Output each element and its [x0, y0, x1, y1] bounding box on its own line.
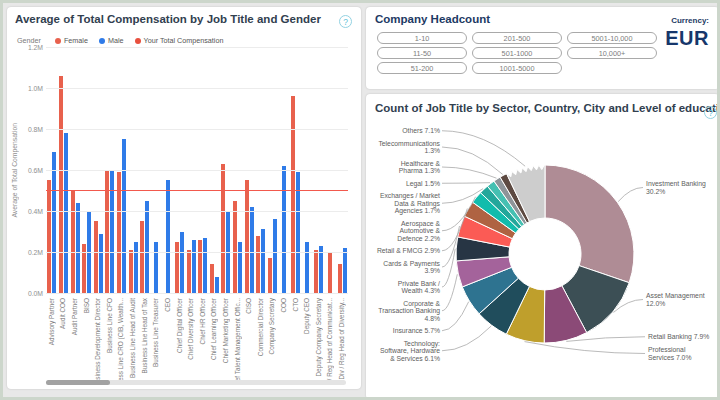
x-tick-cell: Company Secretary [267, 298, 279, 382]
bar-male[interactable] [180, 232, 184, 294]
bar-male[interactable] [203, 238, 207, 293]
bar-female[interactable] [94, 221, 98, 293]
gridline [46, 252, 348, 253]
bar-chart-title: Average of Total Compensation by Job Tit… [15, 13, 321, 25]
leader-line [442, 183, 490, 184]
bar-female[interactable] [71, 191, 75, 294]
bar-male[interactable] [64, 133, 68, 293]
bar-female[interactable] [268, 258, 272, 293]
x-tick-cell: BISO [81, 298, 93, 382]
bar-male[interactable] [154, 242, 158, 293]
bar-female[interactable] [221, 164, 225, 293]
x-tick-label: Audit COO [59, 298, 67, 329]
leader-line [442, 167, 497, 178]
donut-label: Retail & FMCG 2.9% [377, 247, 440, 255]
company-headcount-panel: Company Headcount Currency: EUR 1-10201-… [366, 7, 719, 89]
x-tick-cell: Div / Reg Head of Communicat... [325, 298, 337, 382]
bar-female[interactable] [291, 96, 295, 293]
legend-item-label: Female [64, 36, 88, 45]
horizontal-scrollbar[interactable] [46, 380, 346, 385]
gridline [46, 211, 348, 212]
y-axis-title: Average of Total Compensation [11, 47, 18, 293]
headcount-filter-button[interactable]: 201-500 [472, 32, 562, 44]
bar-male[interactable] [192, 240, 196, 293]
bar-male[interactable] [166, 180, 170, 293]
headcount-filter-button[interactable]: 11-50 [377, 47, 467, 59]
bar-chart-legend: Gender FemaleMaleYour Total Compensation [17, 36, 234, 45]
bar-female[interactable] [198, 240, 202, 293]
leader-line [442, 274, 457, 310]
legend-item[interactable]: Your Total Compensation [135, 36, 224, 45]
legend-item-label: Your Total Compensation [144, 36, 224, 45]
x-tick-cell: CTO [290, 298, 302, 382]
headcount-filter-button[interactable]: 5001-10,000 [567, 32, 657, 44]
bar-male[interactable] [250, 207, 254, 293]
bar-male[interactable] [215, 277, 219, 293]
bar-female[interactable] [187, 250, 191, 293]
bar-male[interactable] [273, 219, 277, 293]
legend-item[interactable]: Female [55, 36, 88, 45]
legend-item[interactable]: Male [99, 36, 124, 45]
bar-male[interactable] [76, 203, 80, 293]
bar-female[interactable] [210, 264, 214, 293]
your-total-compensation-line [46, 190, 348, 191]
bar-male[interactable] [134, 242, 138, 293]
gridline [46, 88, 348, 89]
x-tick-label: Div / Reg Head of Diversity... [338, 298, 346, 380]
x-tick-cell: Advisory Partner [46, 298, 58, 382]
legend-item-label: Male [108, 36, 124, 45]
headcount-filter-button[interactable]: 1001-5000 [472, 62, 562, 74]
x-tick-label: Audit Partner [71, 298, 79, 335]
headcount-filter-button[interactable]: 501-1000 [472, 47, 562, 59]
donut-slice-investment-banking[interactable] [545, 165, 634, 283]
currency-value[interactable]: EUR [665, 27, 709, 50]
bar-female[interactable] [233, 201, 237, 293]
bar-male[interactable] [110, 170, 114, 293]
headcount-filter-button[interactable]: 1-10 [377, 32, 467, 44]
x-tick-cell: Business Line Treasurer [150, 298, 162, 382]
bar-male[interactable] [261, 229, 265, 293]
x-tick-label: Chief Learning Officer [210, 298, 218, 360]
bar-female[interactable] [328, 252, 332, 293]
bar-female[interactable] [175, 242, 179, 293]
bar-female[interactable] [256, 236, 260, 293]
x-tick-cell: Business Line Head of Tax [139, 298, 151, 382]
y-tick-label: 0.2M [28, 249, 43, 256]
donut-label: Insurance 5.7% [393, 327, 440, 335]
gridline [46, 293, 348, 294]
bar-male[interactable] [305, 242, 309, 293]
y-tick-label: 1.2M [28, 44, 43, 51]
x-tick-cell: Chief Digital Officer [174, 298, 186, 382]
bar-male[interactable] [99, 234, 103, 293]
donut-label: Legal 1.5% [406, 180, 440, 188]
x-tick-cell: Audit Partner [69, 298, 81, 382]
scrollbar-thumb[interactable] [46, 380, 110, 385]
x-tick-cell: Business Development Director [92, 298, 104, 382]
x-tick-cell: Audit COO [58, 298, 70, 382]
bar-female[interactable] [140, 221, 144, 293]
bar-female[interactable] [314, 250, 318, 293]
currency-label: Currency: [671, 16, 709, 25]
bar-female[interactable] [105, 170, 109, 293]
bar-female[interactable] [245, 180, 249, 293]
headcount-filter-button[interactable]: 10,000+ [567, 47, 657, 59]
x-tick-cell: Div / Reg Head of Diversity... [336, 298, 348, 382]
bar-female[interactable] [338, 264, 342, 293]
bar-male[interactable] [282, 166, 286, 293]
bar-female[interactable] [47, 180, 51, 293]
bar-male[interactable] [145, 201, 149, 293]
x-tick-label: COO [280, 298, 288, 313]
donut-label: Corporate &Transaction Banking4.8% [378, 300, 440, 323]
donut-label: Asset Management12.0% [646, 292, 705, 307]
donut-label: Aerospace &Automotive &Defence 2.2% [397, 220, 440, 243]
bar-female[interactable] [59, 76, 63, 293]
bar-female[interactable] [129, 250, 133, 293]
leader-line [442, 249, 455, 287]
bar-male[interactable] [343, 248, 347, 293]
bar-male[interactable] [238, 242, 242, 293]
help-icon[interactable]: ? [339, 15, 352, 28]
headcount-filter-button[interactable]: 51-200 [377, 62, 467, 74]
bar-male[interactable] [122, 139, 126, 293]
bar-male[interactable] [52, 152, 56, 293]
gridline [46, 129, 348, 130]
